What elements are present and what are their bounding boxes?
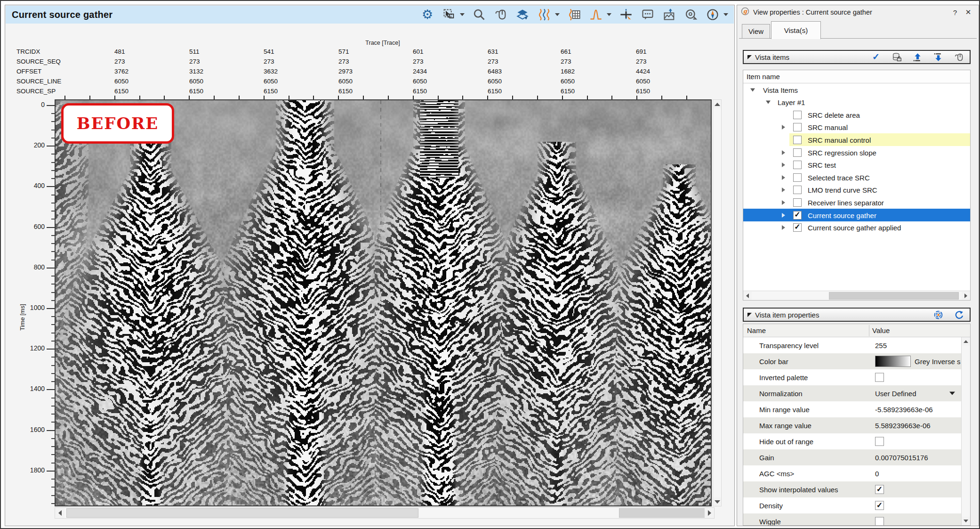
column-header-name[interactable]: Name — [747, 324, 766, 337]
colorbar-gradient-swatch[interactable] — [875, 356, 911, 367]
properties-vertical-scrollbar[interactable] — [961, 337, 970, 525]
tree-item-src-delete-area[interactable]: SRC delete area — [743, 108, 970, 121]
value-checkbox[interactable] — [875, 373, 884, 382]
plot-vertical-scrollbar[interactable] — [713, 99, 722, 506]
item-visibility-checkbox[interactable] — [793, 148, 802, 157]
amplitude-histogram-icon[interactable] — [589, 8, 603, 22]
close-button[interactable]: ✕ — [962, 8, 975, 16]
chevron-down-icon[interactable] — [723, 13, 728, 16]
mouse-settings-icon[interactable] — [952, 50, 966, 64]
column-divider[interactable] — [869, 325, 869, 336]
property-row-gain[interactable]: Gain0.007075015176 — [743, 449, 961, 465]
property-value[interactable]: ✓ — [875, 485, 884, 494]
chevron-right-icon[interactable] — [782, 150, 785, 155]
plot-horizontal-scrollbar[interactable] — [55, 507, 715, 519]
database-lock-icon[interactable] — [890, 50, 904, 64]
help-button[interactable]: ? — [948, 8, 962, 16]
property-row-transparency-level[interactable]: Transparency level255 — [743, 337, 961, 353]
chevron-down-icon[interactable] — [766, 101, 771, 104]
zoom-icon[interactable] — [472, 8, 486, 22]
scroll-thumb[interactable] — [66, 508, 418, 518]
tree-column-header[interactable]: Item name — [743, 70, 970, 83]
measure-tape-icon[interactable] — [684, 8, 698, 22]
chevron-right-icon[interactable] — [782, 125, 785, 130]
undo-icon[interactable] — [952, 308, 966, 322]
tree-horizontal-scrollbar[interactable] — [743, 291, 970, 300]
property-row-show-interpolated-values[interactable]: Show interpolated values✓ — [743, 481, 961, 497]
tab-vistas[interactable]: Vista(s) — [771, 21, 821, 39]
chevron-right-icon[interactable] — [782, 225, 785, 230]
tree-item-current-source-gather-applied[interactable]: ✓Current source gather applied — [743, 221, 970, 234]
chevron-right-icon[interactable] — [782, 175, 785, 180]
area-select-icon[interactable] — [442, 8, 456, 22]
tree-item-src-regression-slope[interactable]: SRC regression slope — [743, 146, 970, 159]
chevron-down-icon[interactable] — [607, 13, 611, 16]
chevron-down-icon[interactable] — [949, 392, 955, 395]
chevron-right-icon[interactable] — [782, 213, 785, 218]
chevron-right-icon[interactable] — [782, 163, 785, 167]
chevron-down-icon[interactable] — [555, 13, 560, 16]
tree-item-vista-items[interactable]: Vista Items — [743, 83, 970, 96]
item-visibility-checkbox[interactable]: ✓ — [793, 223, 802, 232]
item-visibility-checkbox[interactable] — [793, 161, 802, 169]
item-visibility-checkbox[interactable] — [793, 186, 802, 194]
item-visibility-checkbox[interactable] — [793, 123, 802, 131]
chevron-down-icon[interactable] — [750, 88, 755, 91]
property-value[interactable]: 255 — [875, 342, 887, 350]
item-visibility-checkbox[interactable] — [793, 173, 802, 182]
scroll-right-button[interactable] — [705, 508, 714, 518]
value-checkbox[interactable]: ✓ — [875, 485, 884, 494]
chevron-down-icon[interactable] — [460, 13, 465, 16]
property-value[interactable]: 0.007075015176 — [875, 454, 928, 462]
layers-icon[interactable] — [515, 8, 530, 22]
property-row-inverted-palette[interactable]: Inverted palette — [743, 369, 961, 385]
scroll-left-button[interactable] — [55, 508, 64, 518]
crosshair-pick-icon[interactable] — [619, 8, 633, 22]
settings-gear-icon[interactable]: ⚙ — [420, 8, 434, 22]
tree-item-src-manual[interactable]: SRC manual — [743, 121, 970, 134]
chevron-right-icon[interactable] — [782, 187, 785, 192]
tree-item-src-test[interactable]: SRC test — [743, 159, 970, 171]
property-value[interactable]: 0 — [875, 470, 879, 478]
chevron-right-icon[interactable] — [782, 200, 785, 205]
annotation-bubble-icon[interactable] — [641, 8, 655, 22]
tree-item-current-source-gather[interactable]: ✓Current source gather — [743, 209, 970, 221]
tree-item-src-manual-control[interactable]: SRC manual control — [743, 133, 970, 146]
tree-item-selected-trace-src[interactable]: Selected trace SRC — [743, 171, 970, 184]
seismic-image[interactable] — [56, 100, 711, 505]
property-value[interactable]: 5.589239663e-06 — [875, 422, 931, 430]
apply-check-icon[interactable]: ✓ — [869, 50, 883, 64]
property-value[interactable] — [875, 373, 884, 382]
item-visibility-checkbox[interactable] — [793, 198, 802, 207]
wiggle-display-icon[interactable] — [537, 8, 551, 22]
property-row-density[interactable]: Density✓ — [743, 497, 961, 513]
vista-item-properties-header[interactable]: Vista item properties — [743, 308, 971, 322]
scroll-left-button[interactable] — [743, 292, 752, 300]
tree-item-receiver-lines-separator[interactable]: Receiver lines separator — [743, 196, 970, 209]
properties-table-header[interactable]: Name Value — [743, 324, 970, 337]
scroll-down-button[interactable] — [962, 517, 970, 525]
item-visibility-checkbox[interactable] — [793, 111, 802, 119]
property-row-normalization[interactable]: NormalizationUser Defined — [743, 385, 961, 401]
scroll-thumb-secondary[interactable] — [619, 508, 706, 518]
value-checkbox[interactable] — [875, 437, 884, 446]
scroll-up-button[interactable] — [962, 337, 970, 346]
property-value[interactable]: User Defined — [875, 390, 916, 398]
scroll-down-button[interactable] — [713, 497, 721, 506]
value-checkbox[interactable] — [875, 517, 884, 526]
property-row-wiggle[interactable]: Wiggle — [743, 513, 961, 526]
tab-view[interactable]: View — [742, 24, 770, 39]
mouse-pick-icon[interactable] — [494, 8, 508, 22]
scroll-up-button[interactable] — [713, 100, 721, 108]
item-visibility-checkbox[interactable]: ✓ — [793, 211, 802, 220]
property-value[interactable]: ✓ — [875, 501, 884, 510]
scroll-thumb[interactable] — [829, 292, 959, 300]
column-header-value[interactable]: Value — [872, 324, 890, 337]
tree-item-lmo-trend-curve-src[interactable]: LMO trend curve SRC — [743, 184, 970, 196]
item-visibility-checkbox[interactable] — [793, 136, 802, 144]
property-row-agc-ms-[interactable]: AGC <ms>0 — [743, 465, 961, 481]
value-checkbox[interactable]: ✓ — [875, 501, 884, 510]
property-row-max-range-value[interactable]: Max range value5.589239663e-06 — [743, 417, 961, 433]
move-up-icon[interactable] — [910, 50, 924, 64]
vista-items-header[interactable]: Vista items ✓ — [743, 50, 971, 64]
